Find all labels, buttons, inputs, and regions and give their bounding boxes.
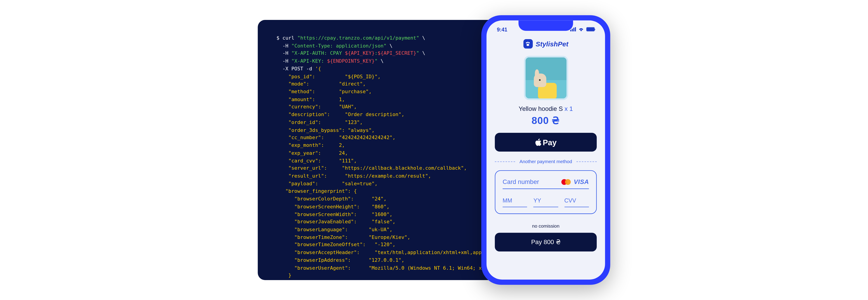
battery-icon — [586, 27, 595, 31]
cvv-field[interactable]: CVV — [564, 197, 589, 207]
expiry-year-field[interactable]: YY — [533, 197, 558, 207]
no-commission-label: no comission — [495, 223, 597, 229]
card-logos: VISA — [561, 178, 589, 185]
product-image — [524, 56, 568, 100]
status-time: 9:41 — [497, 27, 507, 32]
card-number-placeholder: Card number — [503, 178, 539, 185]
product-price: 800 ₴ — [487, 115, 605, 127]
visa-icon: VISA — [574, 178, 589, 185]
divider-row: Another payment method — [495, 159, 597, 164]
apple-pay-button[interactable]: Pay — [495, 133, 597, 152]
brand-row: StylishPet — [487, 35, 605, 53]
svg-point-1 — [527, 41, 529, 43]
pay-button[interactable]: Pay 800 ₴ — [495, 233, 597, 251]
paw-icon — [523, 39, 532, 49]
expiry-month-field[interactable]: MM — [503, 197, 527, 207]
phone-screen: 9:41 StylishPet Yellow hoodie S x 1 800 — [487, 20, 605, 279]
brand-name: StylishPet — [536, 40, 568, 48]
apple-icon — [535, 138, 542, 146]
svg-point-0 — [526, 42, 527, 43]
notch — [519, 20, 573, 31]
wifi-icon — [578, 27, 584, 31]
product-name: Yellow hoodie S x 1 — [487, 105, 605, 113]
svg-point-3 — [526, 44, 529, 46]
phone-mockup: 9:41 StylishPet Yellow hoodie S x 1 800 — [481, 15, 610, 284]
svg-point-2 — [528, 42, 530, 43]
card-form: Card number VISA MM YY CVV — [495, 170, 597, 214]
divider-label: Another payment method — [520, 159, 572, 164]
card-number-field[interactable]: Card number VISA — [503, 178, 589, 189]
code-block: $ curl "https://cpay.tranzzo.com/api/v1/… — [276, 34, 509, 279]
mastercard-icon — [561, 179, 570, 185]
